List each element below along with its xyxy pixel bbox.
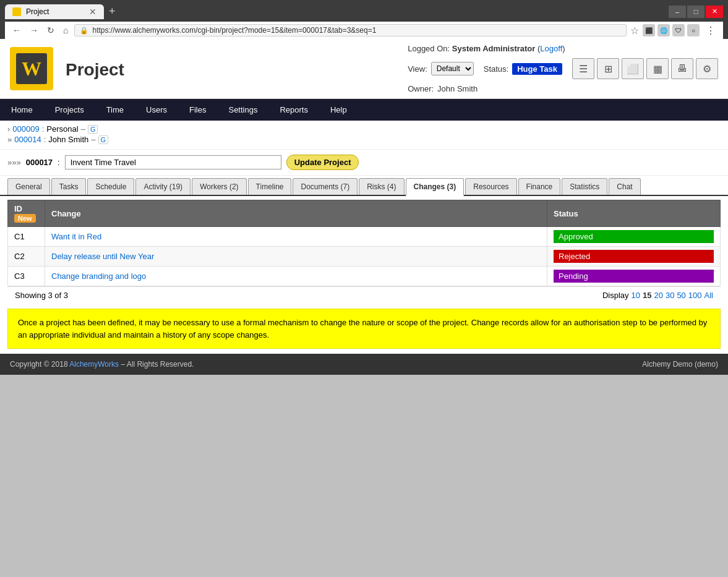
extension-icon-4[interactable]: ○ <box>687 24 700 36</box>
nav-settings[interactable]: Settings <box>217 99 268 121</box>
info-box: Once a project has been defined, it may … <box>7 309 721 349</box>
nav-projects[interactable]: Projects <box>44 99 95 121</box>
breadcrumb-g-2[interactable]: G <box>98 135 109 144</box>
display-10[interactable]: 10 <box>632 291 640 300</box>
tab-workers[interactable]: Workers (2) <box>192 178 246 195</box>
tab-schedule[interactable]: Schedule <box>87 178 134 195</box>
more-options-button[interactable]: ⋮ <box>703 25 718 36</box>
bookmark-button[interactable]: ☆ <box>630 25 639 36</box>
project-title-row: »»» 000017 : Update Project <box>0 150 728 176</box>
breadcrumb-link-000014[interactable]: 000014 <box>14 135 41 144</box>
tab-tasks[interactable]: Tasks <box>51 178 87 195</box>
tab-finance[interactable]: Finance <box>518 178 561 195</box>
breadcrumb-arrow-1: › <box>7 124 10 134</box>
tab-changes[interactable]: Changes (3) <box>406 178 465 196</box>
changes-table-body: C1 Want it in Red Approved C2 Delay rele… <box>8 227 721 286</box>
breadcrumb-dash-1: – <box>81 124 85 134</box>
nav-help[interactable]: Help <box>319 99 358 121</box>
project-name-input[interactable] <box>65 155 281 169</box>
col-header-id: ID New <box>8 200 45 227</box>
display-30[interactable]: 30 <box>666 291 674 300</box>
nav-home[interactable]: Home <box>0 99 44 121</box>
nav-files[interactable]: Files <box>178 99 217 121</box>
changes-section: ID New Change Status C1 Want it in Red A… <box>0 200 728 304</box>
breadcrumb-sep-2: : <box>44 135 46 144</box>
breadcrumb-dash-2: – <box>91 135 95 144</box>
breadcrumb-name-2: John Smith <box>48 135 88 144</box>
display-options: Display 10 15 20 30 50 100 All <box>602 291 713 300</box>
status-row: Status: Huge Task <box>484 63 562 75</box>
row-1-change-link[interactable]: Want it in Red <box>51 232 101 241</box>
tab-risks[interactable]: Risks (4) <box>359 178 404 195</box>
footer-company-link[interactable]: AlchemyWorks <box>69 360 119 369</box>
status-badge-rejected: Rejected <box>554 250 714 263</box>
update-project-button[interactable]: Update Project <box>286 155 359 170</box>
display-20[interactable]: 20 <box>654 291 662 300</box>
columns-view-button[interactable]: ⬜ <box>622 58 644 79</box>
display-all[interactable]: All <box>704 291 713 300</box>
col-header-change: Change <box>45 200 547 227</box>
nav-users[interactable]: Users <box>135 99 178 121</box>
forward-button[interactable]: → <box>27 24 41 36</box>
tab-close-button[interactable]: ✕ <box>89 7 96 17</box>
grid-view-button[interactable]: ⊞ <box>597 58 619 79</box>
display-label: Display <box>602 291 629 300</box>
col-header-status: Status <box>547 200 721 227</box>
view-select[interactable]: Default <box>431 62 474 75</box>
tab-documents[interactable]: Documents (7) <box>293 178 358 195</box>
tab-activity[interactable]: Activity (19) <box>135 178 191 195</box>
status-badge-approved: Approved <box>554 230 714 243</box>
display-50[interactable]: 50 <box>677 291 685 300</box>
breadcrumb-g-1[interactable]: G <box>88 125 98 134</box>
close-button[interactable]: ✕ <box>706 6 723 18</box>
table-footer: Showing 3 of 3 Display 10 15 20 30 50 10… <box>7 286 721 304</box>
row-1-change: Want it in Red <box>45 227 547 247</box>
project-colon: : <box>58 158 60 167</box>
owner-label: Owner: <box>408 84 434 93</box>
app-header: W Project Logged On: System Administrato… <box>0 39 728 99</box>
breadcrumb-row-1: › 000009 : Personal – G <box>7 124 721 134</box>
nav-time[interactable]: Time <box>95 99 135 121</box>
row-3-id: C3 <box>8 267 45 286</box>
extension-icon-2[interactable]: 🌐 <box>657 24 670 36</box>
settings-button[interactable]: ⚙ <box>696 58 718 79</box>
owner-row: Owner: John Smith <box>408 84 718 93</box>
row-3-change-link[interactable]: Change branding and logo <box>51 271 146 281</box>
project-id: 000017 <box>26 158 53 167</box>
lock-icon: 🔒 <box>80 27 88 35</box>
tab-general[interactable]: General <box>7 178 50 195</box>
browser-titlebar: Project ✕ + – □ ✕ <box>5 4 723 19</box>
row-2-change: Delay release until New Year <box>45 247 547 267</box>
browser-tab[interactable]: Project ✕ <box>5 4 104 19</box>
squares-view-button[interactable]: ▦ <box>646 58 669 79</box>
page-footer: Copyright © 2018 AlchemyWorks – All Righ… <box>0 354 728 375</box>
row-1-status: Approved <box>547 227 721 247</box>
table-header-row: ID New Change Status <box>8 200 721 227</box>
new-tab-button[interactable]: + <box>104 4 121 19</box>
tab-statistics[interactable]: Statistics <box>562 178 607 195</box>
tab-timeline[interactable]: Timeline <box>248 178 292 195</box>
print-button[interactable]: 🖶 <box>671 58 693 79</box>
logoff-link[interactable]: Logoff <box>540 44 562 53</box>
address-input[interactable]: 🔒 https://www.alchemyworks.com/cgi-bin/p… <box>74 24 627 36</box>
row-1-id: C1 <box>8 227 45 247</box>
list-view-button[interactable]: ☰ <box>572 58 594 79</box>
maximize-button[interactable]: □ <box>687 6 704 18</box>
display-100[interactable]: 100 <box>688 291 702 300</box>
project-arrows: »»» <box>7 158 21 167</box>
nav-reports[interactable]: Reports <box>268 99 319 121</box>
row-2-change-link[interactable]: Delay release until New Year <box>51 252 154 261</box>
row-2-status: Rejected <box>547 247 721 267</box>
minimize-button[interactable]: – <box>669 6 686 18</box>
reload-button[interactable]: ↻ <box>45 24 57 36</box>
info-text: Once a project has been defined, it may … <box>18 318 707 340</box>
extension-icon-1[interactable]: ⬛ <box>643 24 655 36</box>
new-badge-button[interactable]: New <box>14 214 36 223</box>
breadcrumb-link-000009[interactable]: 000009 <box>12 124 39 134</box>
extension-icon-3[interactable]: 🛡 <box>672 24 685 36</box>
owner-value: John Smith <box>437 84 477 93</box>
back-button[interactable]: ← <box>10 24 24 36</box>
tab-chat[interactable]: Chat <box>609 178 640 195</box>
home-button[interactable]: ⌂ <box>61 24 71 36</box>
tab-resources[interactable]: Resources <box>465 178 516 195</box>
